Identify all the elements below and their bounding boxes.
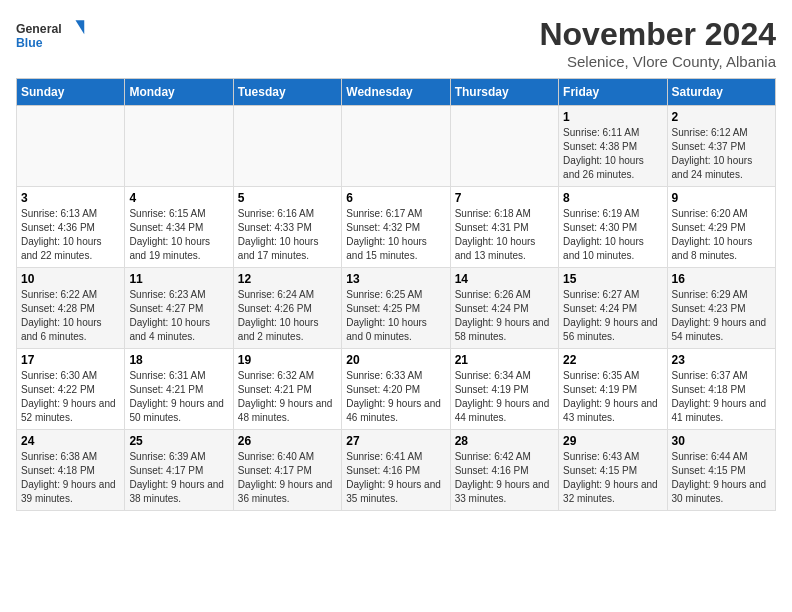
weekday-header-tuesday: Tuesday	[233, 79, 341, 106]
calendar-cell: 9Sunrise: 6:20 AM Sunset: 4:29 PM Daylig…	[667, 187, 775, 268]
week-row-4: 17Sunrise: 6:30 AM Sunset: 4:22 PM Dayli…	[17, 349, 776, 430]
weekday-header-wednesday: Wednesday	[342, 79, 450, 106]
calendar-cell: 22Sunrise: 6:35 AM Sunset: 4:19 PM Dayli…	[559, 349, 667, 430]
logo-svg: General Blue	[16, 16, 86, 56]
day-info: Sunrise: 6:23 AM Sunset: 4:27 PM Dayligh…	[129, 288, 228, 344]
calendar-cell: 20Sunrise: 6:33 AM Sunset: 4:20 PM Dayli…	[342, 349, 450, 430]
weekday-header-thursday: Thursday	[450, 79, 558, 106]
day-number: 28	[455, 434, 554, 448]
day-number: 6	[346, 191, 445, 205]
day-info: Sunrise: 6:26 AM Sunset: 4:24 PM Dayligh…	[455, 288, 554, 344]
calendar-cell: 7Sunrise: 6:18 AM Sunset: 4:31 PM Daylig…	[450, 187, 558, 268]
day-number: 21	[455, 353, 554, 367]
location-title: Selenice, Vlore County, Albania	[539, 53, 776, 70]
svg-text:General: General	[16, 22, 62, 36]
calendar-cell: 30Sunrise: 6:44 AM Sunset: 4:15 PM Dayli…	[667, 430, 775, 511]
day-number: 17	[21, 353, 120, 367]
calendar-cell: 5Sunrise: 6:16 AM Sunset: 4:33 PM Daylig…	[233, 187, 341, 268]
day-number: 22	[563, 353, 662, 367]
calendar-cell	[450, 106, 558, 187]
day-number: 23	[672, 353, 771, 367]
day-number: 27	[346, 434, 445, 448]
day-info: Sunrise: 6:37 AM Sunset: 4:18 PM Dayligh…	[672, 369, 771, 425]
day-number: 10	[21, 272, 120, 286]
day-info: Sunrise: 6:29 AM Sunset: 4:23 PM Dayligh…	[672, 288, 771, 344]
week-row-3: 10Sunrise: 6:22 AM Sunset: 4:28 PM Dayli…	[17, 268, 776, 349]
calendar-cell	[125, 106, 233, 187]
calendar-cell: 26Sunrise: 6:40 AM Sunset: 4:17 PM Dayli…	[233, 430, 341, 511]
day-number: 15	[563, 272, 662, 286]
calendar-cell: 16Sunrise: 6:29 AM Sunset: 4:23 PM Dayli…	[667, 268, 775, 349]
calendar-cell: 24Sunrise: 6:38 AM Sunset: 4:18 PM Dayli…	[17, 430, 125, 511]
day-number: 9	[672, 191, 771, 205]
day-info: Sunrise: 6:40 AM Sunset: 4:17 PM Dayligh…	[238, 450, 337, 506]
weekday-header-sunday: Sunday	[17, 79, 125, 106]
day-number: 13	[346, 272, 445, 286]
day-info: Sunrise: 6:38 AM Sunset: 4:18 PM Dayligh…	[21, 450, 120, 506]
day-number: 24	[21, 434, 120, 448]
calendar-cell	[17, 106, 125, 187]
day-number: 2	[672, 110, 771, 124]
day-info: Sunrise: 6:42 AM Sunset: 4:16 PM Dayligh…	[455, 450, 554, 506]
day-info: Sunrise: 6:11 AM Sunset: 4:38 PM Dayligh…	[563, 126, 662, 182]
calendar-cell: 28Sunrise: 6:42 AM Sunset: 4:16 PM Dayli…	[450, 430, 558, 511]
day-number: 7	[455, 191, 554, 205]
calendar-cell: 14Sunrise: 6:26 AM Sunset: 4:24 PM Dayli…	[450, 268, 558, 349]
svg-marker-1	[76, 20, 85, 34]
day-number: 1	[563, 110, 662, 124]
calendar-cell: 21Sunrise: 6:34 AM Sunset: 4:19 PM Dayli…	[450, 349, 558, 430]
day-info: Sunrise: 6:30 AM Sunset: 4:22 PM Dayligh…	[21, 369, 120, 425]
calendar-cell: 13Sunrise: 6:25 AM Sunset: 4:25 PM Dayli…	[342, 268, 450, 349]
day-info: Sunrise: 6:35 AM Sunset: 4:19 PM Dayligh…	[563, 369, 662, 425]
day-info: Sunrise: 6:44 AM Sunset: 4:15 PM Dayligh…	[672, 450, 771, 506]
day-info: Sunrise: 6:12 AM Sunset: 4:37 PM Dayligh…	[672, 126, 771, 182]
month-title: November 2024	[539, 16, 776, 53]
day-info: Sunrise: 6:13 AM Sunset: 4:36 PM Dayligh…	[21, 207, 120, 263]
day-info: Sunrise: 6:32 AM Sunset: 4:21 PM Dayligh…	[238, 369, 337, 425]
day-info: Sunrise: 6:16 AM Sunset: 4:33 PM Dayligh…	[238, 207, 337, 263]
calendar-cell: 17Sunrise: 6:30 AM Sunset: 4:22 PM Dayli…	[17, 349, 125, 430]
calendar-cell: 8Sunrise: 6:19 AM Sunset: 4:30 PM Daylig…	[559, 187, 667, 268]
day-info: Sunrise: 6:31 AM Sunset: 4:21 PM Dayligh…	[129, 369, 228, 425]
week-row-1: 1Sunrise: 6:11 AM Sunset: 4:38 PM Daylig…	[17, 106, 776, 187]
day-number: 29	[563, 434, 662, 448]
calendar-cell: 3Sunrise: 6:13 AM Sunset: 4:36 PM Daylig…	[17, 187, 125, 268]
day-number: 18	[129, 353, 228, 367]
calendar-cell: 27Sunrise: 6:41 AM Sunset: 4:16 PM Dayli…	[342, 430, 450, 511]
day-number: 11	[129, 272, 228, 286]
calendar-cell	[342, 106, 450, 187]
weekday-header-friday: Friday	[559, 79, 667, 106]
calendar-cell: 25Sunrise: 6:39 AM Sunset: 4:17 PM Dayli…	[125, 430, 233, 511]
weekday-header-saturday: Saturday	[667, 79, 775, 106]
day-info: Sunrise: 6:17 AM Sunset: 4:32 PM Dayligh…	[346, 207, 445, 263]
calendar-cell: 11Sunrise: 6:23 AM Sunset: 4:27 PM Dayli…	[125, 268, 233, 349]
title-section: November 2024 Selenice, Vlore County, Al…	[539, 16, 776, 70]
calendar-cell: 4Sunrise: 6:15 AM Sunset: 4:34 PM Daylig…	[125, 187, 233, 268]
svg-text:Blue: Blue	[16, 36, 43, 50]
calendar-table: SundayMondayTuesdayWednesdayThursdayFrid…	[16, 78, 776, 511]
day-number: 5	[238, 191, 337, 205]
calendar-cell: 23Sunrise: 6:37 AM Sunset: 4:18 PM Dayli…	[667, 349, 775, 430]
day-info: Sunrise: 6:15 AM Sunset: 4:34 PM Dayligh…	[129, 207, 228, 263]
day-info: Sunrise: 6:43 AM Sunset: 4:15 PM Dayligh…	[563, 450, 662, 506]
day-info: Sunrise: 6:27 AM Sunset: 4:24 PM Dayligh…	[563, 288, 662, 344]
calendar-cell: 1Sunrise: 6:11 AM Sunset: 4:38 PM Daylig…	[559, 106, 667, 187]
day-number: 19	[238, 353, 337, 367]
weekday-header-monday: Monday	[125, 79, 233, 106]
day-info: Sunrise: 6:39 AM Sunset: 4:17 PM Dayligh…	[129, 450, 228, 506]
calendar-cell: 12Sunrise: 6:24 AM Sunset: 4:26 PM Dayli…	[233, 268, 341, 349]
day-number: 26	[238, 434, 337, 448]
calendar-cell: 29Sunrise: 6:43 AM Sunset: 4:15 PM Dayli…	[559, 430, 667, 511]
calendar-cell: 10Sunrise: 6:22 AM Sunset: 4:28 PM Dayli…	[17, 268, 125, 349]
day-number: 14	[455, 272, 554, 286]
calendar-cell: 15Sunrise: 6:27 AM Sunset: 4:24 PM Dayli…	[559, 268, 667, 349]
day-info: Sunrise: 6:20 AM Sunset: 4:29 PM Dayligh…	[672, 207, 771, 263]
day-info: Sunrise: 6:22 AM Sunset: 4:28 PM Dayligh…	[21, 288, 120, 344]
calendar-cell: 2Sunrise: 6:12 AM Sunset: 4:37 PM Daylig…	[667, 106, 775, 187]
weekday-header-row: SundayMondayTuesdayWednesdayThursdayFrid…	[17, 79, 776, 106]
calendar-cell: 6Sunrise: 6:17 AM Sunset: 4:32 PM Daylig…	[342, 187, 450, 268]
page-header: General Blue November 2024 Selenice, Vlo…	[16, 16, 776, 70]
calendar-cell: 19Sunrise: 6:32 AM Sunset: 4:21 PM Dayli…	[233, 349, 341, 430]
day-number: 16	[672, 272, 771, 286]
day-number: 3	[21, 191, 120, 205]
